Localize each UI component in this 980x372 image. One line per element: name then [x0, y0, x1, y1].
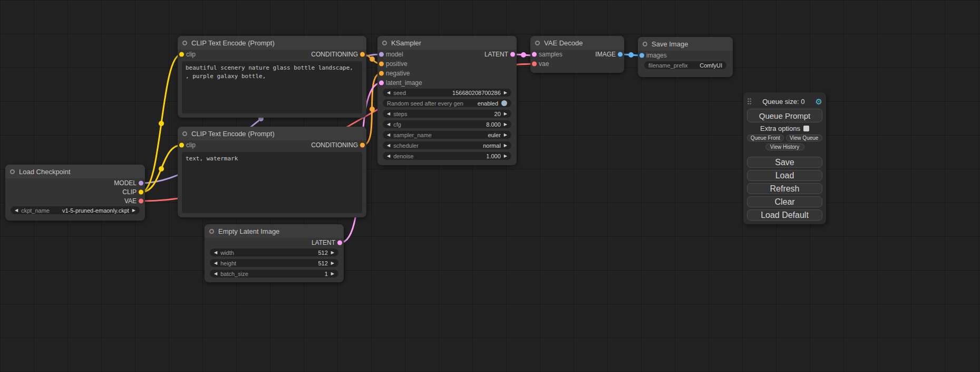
output-slot-image[interactable]	[618, 52, 623, 57]
input-slot-negative[interactable]	[379, 71, 384, 76]
clear-button[interactable]: Clear	[747, 196, 822, 207]
node-load-checkpoint[interactable]: Load Checkpoint MODEL CLIP VAE ◀ ckpt_na…	[5, 165, 145, 221]
wire-midpoint-conditioning-negative[interactable]	[370, 107, 375, 112]
collapse-dot-icon[interactable]	[182, 41, 187, 45]
widget-filename-prefix[interactable]: filename_prefix ComfyUI	[644, 61, 726, 69]
input-slot-vae[interactable]	[532, 62, 537, 66]
input-slot-model[interactable]	[379, 52, 384, 57]
increment-arrow-icon[interactable]: ▶	[504, 122, 507, 127]
collapse-dot-icon[interactable]	[535, 41, 540, 45]
node-empty-latent-image[interactable]: Empty Latent Image LATENT ◀ width 512 ▶ …	[205, 224, 344, 282]
widget-seed[interactable]: ◀ seed 156680208700286 ▶	[383, 89, 511, 97]
increment-arrow-icon[interactable]: ▶	[504, 112, 507, 116]
input-slot-latent-image[interactable]	[379, 81, 384, 85]
decrement-arrow-icon[interactable]: ◀	[387, 133, 390, 137]
widget-label: filename_prefix	[648, 62, 688, 69]
widget-height[interactable]: ◀ height 512 ▶	[210, 259, 338, 267]
output-slot-model[interactable]	[139, 180, 143, 185]
widget-label: batch_size	[220, 271, 248, 277]
collapse-dot-icon[interactable]	[182, 131, 187, 136]
decrement-arrow-icon[interactable]: ◀	[387, 112, 390, 116]
widget-steps[interactable]: ◀ steps 20 ▶	[383, 110, 511, 118]
node-titlebar[interactable]: CLIP Text Encode (Prompt)	[178, 36, 366, 50]
output-slot-clip[interactable]	[139, 189, 143, 194]
input-slot-images[interactable]	[639, 53, 644, 58]
collapse-dot-icon[interactable]	[643, 42, 647, 46]
decrement-arrow-icon[interactable]: ◀	[387, 154, 390, 158]
collapse-dot-icon[interactable]	[10, 169, 15, 174]
increment-arrow-icon[interactable]: ▶	[504, 144, 507, 148]
output-slot-vae[interactable]	[139, 198, 143, 203]
output-label-vae: VAE	[124, 197, 137, 205]
load-button[interactable]: Load	[747, 170, 822, 181]
load-default-button[interactable]: Load Default	[747, 209, 822, 221]
input-slot-positive[interactable]	[379, 62, 384, 66]
queue-prompt-button[interactable]: Queue Prompt	[747, 109, 822, 122]
increment-arrow-icon[interactable]: ▶	[504, 154, 507, 158]
wire-midpoint-clip-negative[interactable]	[159, 166, 164, 171]
node-vae-decode[interactable]: VAE Decode samples IMAGE vae	[530, 36, 624, 73]
output-slot-conditioning[interactable]	[360, 52, 365, 57]
increment-arrow-icon[interactable]: ▶	[132, 208, 135, 213]
increment-arrow-icon[interactable]: ▶	[504, 91, 507, 95]
widget-cfg[interactable]: ◀ cfg 8.000 ▶	[383, 120, 511, 128]
decrement-arrow-icon[interactable]: ◀	[214, 251, 217, 255]
widget-ckpt-name[interactable]: ◀ ckpt_name v1-5-pruned-emaonly.ckpt ▶	[11, 206, 140, 214]
input-slot-clip[interactable]	[179, 143, 184, 148]
increment-arrow-icon[interactable]: ▶	[331, 261, 334, 265]
decrement-arrow-icon[interactable]: ◀	[387, 91, 390, 95]
node-titlebar[interactable]: VAE Decode	[530, 36, 624, 50]
extra-options-checkbox[interactable]	[803, 126, 809, 131]
node-clip-text-encode-positive[interactable]: CLIP Text Encode (Prompt) clip CONDITION…	[178, 36, 366, 118]
increment-arrow-icon[interactable]: ▶	[331, 272, 334, 276]
output-slot-conditioning[interactable]	[360, 143, 365, 148]
input-slot-samples[interactable]	[532, 52, 537, 57]
node-canvas[interactable]: { "colors": { "model": "#B39DDB", "clip"…	[0, 0, 980, 372]
settings-gear-icon[interactable]: ⚙	[816, 98, 822, 106]
extra-options-label: Extra options	[760, 125, 800, 132]
wire-midpoint-conditioning-positive[interactable]	[370, 56, 375, 62]
increment-arrow-icon[interactable]: ▶	[331, 251, 334, 255]
widget-scheduler[interactable]: ◀ scheduler normal ▶	[383, 141, 511, 149]
widget-denoise[interactable]: ◀ denoise 1.000 ▶	[383, 152, 511, 160]
widget-label: denoise	[393, 153, 414, 159]
output-label-clip: CLIP	[122, 188, 137, 196]
save-button[interactable]: Save	[747, 157, 822, 168]
prompt-textarea[interactable]: text, watermark	[182, 152, 362, 213]
widget-batch-size[interactable]: ◀ batch_size 1 ▶	[210, 270, 338, 278]
widget-sampler-name[interactable]: ◀ sampler_name euler ▶	[383, 131, 511, 139]
node-save-image[interactable]: Save Image images filename_prefix ComfyU…	[638, 37, 733, 77]
node-titlebar[interactable]: Save Image	[638, 37, 733, 51]
node-titlebar[interactable]: CLIP Text Encode (Prompt)	[178, 127, 366, 140]
output-slot-latent[interactable]	[337, 241, 342, 245]
decrement-arrow-icon[interactable]: ◀	[214, 272, 217, 276]
decrement-arrow-icon[interactable]: ◀	[214, 261, 217, 265]
widget-seed-control[interactable]: Random seed after every gen enabled	[383, 99, 511, 107]
prompt-textarea[interactable]: beautiful scenery nature glass bottle la…	[182, 61, 362, 113]
drag-handle-icon[interactable]	[747, 98, 752, 105]
wire-midpoint-latent-ksampler[interactable]	[521, 52, 526, 58]
decrement-arrow-icon[interactable]: ◀	[387, 144, 390, 148]
queue-front-button[interactable]: Queue Front	[747, 135, 784, 141]
view-history-button[interactable]: View History	[765, 144, 804, 150]
node-titlebar[interactable]: KSampler	[377, 36, 517, 50]
refresh-button[interactable]: Refresh	[747, 183, 822, 194]
increment-arrow-icon[interactable]: ▶	[504, 133, 507, 137]
decrement-arrow-icon[interactable]: ◀	[387, 122, 390, 127]
widget-label: width	[220, 250, 234, 256]
collapse-dot-icon[interactable]	[382, 41, 387, 45]
node-titlebar[interactable]: Empty Latent Image	[205, 224, 344, 238]
collapse-dot-icon[interactable]	[209, 229, 214, 234]
node-titlebar[interactable]: Load Checkpoint	[5, 165, 145, 178]
widget-width[interactable]: ◀ width 512 ▶	[210, 249, 338, 256]
wire-midpoint-image[interactable]	[628, 52, 634, 58]
node-ksampler[interactable]: KSampler model LATENT positive negative …	[377, 36, 517, 165]
input-slot-clip[interactable]	[179, 52, 184, 57]
wire-midpoint-clip-positive[interactable]	[159, 121, 164, 126]
node-clip-text-encode-negative[interactable]: CLIP Text Encode (Prompt) clip CONDITION…	[178, 127, 366, 217]
input-label-samples: samples	[539, 51, 562, 58]
toggle-knob-icon[interactable]	[501, 100, 507, 106]
output-slot-latent[interactable]	[510, 52, 515, 57]
decrement-arrow-icon[interactable]: ◀	[15, 208, 18, 213]
view-queue-button[interactable]: View Queue	[786, 135, 823, 141]
